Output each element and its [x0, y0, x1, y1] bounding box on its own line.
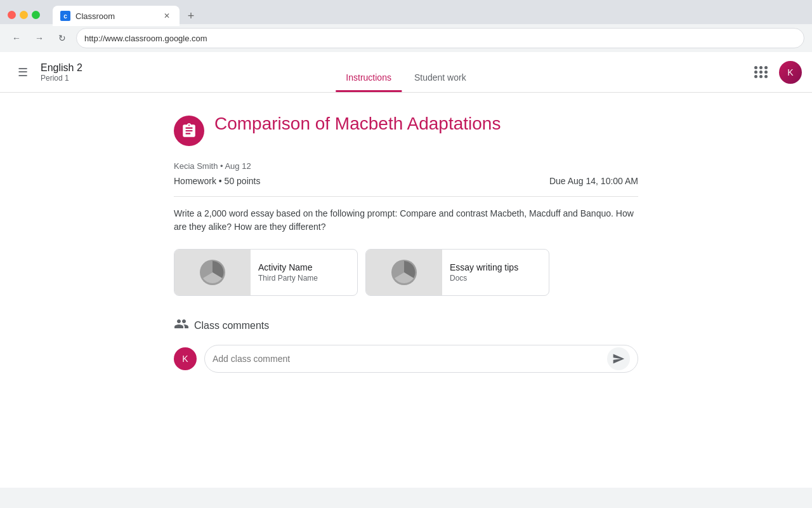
minimize-traffic-light[interactable]	[20, 11, 28, 19]
top-nav: ☰ English 2 Period 1 Instructions Studen…	[0, 52, 812, 93]
main-content: Comparison of Macbeth Adaptations Kecia …	[0, 93, 812, 488]
apps-dot	[759, 66, 763, 69]
tab-close-button[interactable]: ✕	[162, 11, 172, 21]
apps-dot	[759, 70, 763, 74]
points-value: 50 points	[225, 176, 261, 186]
apps-dot	[754, 66, 757, 69]
attachment-card-1[interactable]: Activity Name Third Party Name	[174, 249, 358, 296]
homework-label: Homework	[174, 176, 216, 186]
attachment-card-2[interactable]: Essay writing tips Docs	[365, 249, 549, 296]
refresh-button[interactable]: ↻	[53, 29, 71, 47]
send-comment-button[interactable]	[607, 347, 630, 370]
traffic-lights	[8, 11, 40, 19]
maximize-traffic-light[interactable]	[32, 11, 40, 19]
forward-button[interactable]: →	[30, 29, 48, 47]
apps-dot	[754, 75, 757, 78]
tab-favicon: c	[60, 11, 70, 21]
divider	[174, 196, 638, 197]
attachments: Activity Name Third Party Name Ess	[174, 249, 638, 296]
comment-avatar-initial: K	[182, 354, 188, 364]
menu-icon[interactable]: ☰	[10, 60, 36, 85]
attachment-thumb-icon-1	[197, 257, 228, 288]
comments-header: Class comments	[174, 316, 638, 335]
tab-instructions[interactable]: Instructions	[336, 65, 402, 92]
apps-dot	[764, 66, 768, 69]
comments-icon	[174, 316, 189, 335]
attachment-info-2: Essay writing tips Docs	[442, 257, 549, 288]
address-bar[interactable]: http://www.classroom.google.com	[76, 28, 804, 48]
assignment-points-row: Homework • 50 points Due Aug 14, 10:00 A…	[174, 176, 638, 186]
content-wrapper: Comparison of Macbeth Adaptations Kecia …	[159, 113, 653, 373]
browser-titlebar: c Classroom ✕ +	[0, 0, 812, 24]
attachment-type-1: Third Party Name	[258, 274, 350, 283]
attachment-thumb-icon-2	[388, 257, 420, 288]
nav-right: K	[749, 60, 802, 85]
avatar[interactable]: K	[779, 61, 802, 84]
assignment-due: Due Aug 14, 10:00 AM	[549, 176, 638, 186]
back-button[interactable]: ←	[8, 29, 25, 47]
comment-avatar: K	[174, 347, 197, 370]
course-period: Period 1	[41, 74, 82, 83]
apps-dot	[759, 75, 763, 78]
attachment-thumbnail-1	[174, 250, 251, 295]
assignment-description: Write a 2,000 word essay based on the fo…	[174, 207, 638, 234]
assignment-title-block: Comparison of Macbeth Adaptations	[214, 113, 501, 135]
apps-icon[interactable]	[749, 60, 774, 85]
browser-chrome: c Classroom ✕ + ← → ↻ http://www.classro…	[0, 0, 812, 52]
comments-section: Class comments K	[174, 316, 638, 373]
new-tab-button[interactable]: +	[182, 7, 200, 25]
assignment-header: Comparison of Macbeth Adaptations	[174, 113, 638, 146]
app-container: ☰ English 2 Period 1 Instructions Studen…	[0, 52, 812, 488]
comments-title: Class comments	[194, 320, 269, 331]
close-traffic-light[interactable]	[8, 11, 16, 19]
attachment-type-2: Docs	[450, 274, 541, 283]
assignment-icon-svg	[181, 123, 197, 139]
comment-input-wrapper[interactable]	[204, 345, 638, 373]
tab-title: Classroom	[75, 11, 115, 21]
course-name: English 2	[41, 62, 82, 74]
send-icon	[612, 352, 625, 365]
assignment-date: Aug 12	[225, 161, 251, 171]
apps-dot	[764, 70, 768, 74]
attachment-info-1: Activity Name Third Party Name	[251, 257, 357, 288]
nav-tabs: Instructions Student work	[336, 65, 476, 92]
assignment-meta: Kecia Smith • Aug 12	[174, 161, 638, 171]
tab-bar: c Classroom ✕ +	[45, 6, 207, 26]
tab-student-work[interactable]: Student work	[404, 65, 476, 92]
assignment-points-label: Homework • 50 points	[174, 176, 260, 186]
comment-input-row: K	[174, 345, 638, 373]
comments-svg-icon	[174, 316, 189, 331]
apps-dot	[754, 70, 757, 74]
attachment-thumbnail-2	[366, 250, 442, 295]
attachment-name-2: Essay writing tips	[450, 262, 541, 272]
points-separator: •	[219, 176, 225, 186]
course-info: English 2 Period 1	[41, 62, 82, 83]
apps-grid	[754, 66, 768, 78]
browser-toolbar: ← → ↻ http://www.classroom.google.com	[0, 24, 812, 52]
assignment-title: Comparison of Macbeth Adaptations	[214, 113, 501, 135]
apps-dot	[764, 75, 768, 78]
attachment-name-1: Activity Name	[258, 262, 350, 272]
comment-input[interactable]	[213, 354, 605, 364]
url-text: http://www.classroom.google.com	[84, 34, 207, 43]
avatar-image: K	[779, 61, 802, 84]
active-tab[interactable]: c Classroom ✕	[53, 6, 180, 26]
assignment-icon	[174, 116, 204, 146]
assignment-author: Kecia Smith	[174, 161, 218, 171]
